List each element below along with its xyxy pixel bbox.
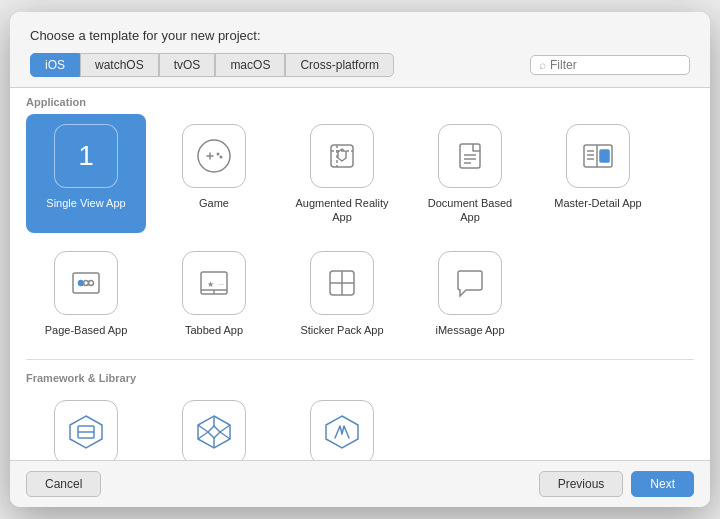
template-item-imessage-app[interactable]: iMessage App (410, 241, 530, 345)
game-icon (195, 137, 233, 175)
cancel-button[interactable]: Cancel (26, 471, 101, 497)
item-label-page-based-app: Page-Based App (45, 323, 128, 337)
item-icon-sticker (310, 251, 374, 315)
template-item-cocoa-touch-framework[interactable]: Cocoa Touch Framework (26, 390, 146, 460)
svg-line-33 (220, 432, 230, 439)
section-label-framework-library: Framework & Library (26, 364, 694, 390)
tab-ios[interactable]: iOS (30, 53, 80, 77)
svg-line-30 (198, 425, 208, 432)
framework-items-grid: Cocoa Touch Framework (26, 390, 694, 460)
template-item-metal-library[interactable]: Metal Library (282, 390, 402, 460)
svg-point-17 (89, 280, 94, 285)
item-icon-tabbed: ★ ··· (182, 251, 246, 315)
svg-text:★: ★ (207, 280, 214, 289)
previous-button[interactable]: Previous (539, 471, 624, 497)
svg-rect-14 (73, 273, 99, 293)
tabbed-icon: ★ ··· (195, 264, 233, 302)
item-label-sticker-pack-app: Sticker Pack App (300, 323, 383, 337)
framework-icon (64, 410, 108, 454)
template-item-sticker-pack-app[interactable]: Sticker Pack App (282, 241, 402, 345)
new-project-dialog: Choose a template for your new project: … (10, 12, 710, 507)
tab-watchos[interactable]: watchOS (80, 53, 159, 77)
search-input[interactable] (550, 58, 681, 72)
item-label-ar-app: Augmented Reality App (290, 196, 394, 225)
item-icon-ar (310, 124, 374, 188)
dialog-header: Choose a template for your new project: … (10, 12, 710, 87)
svg-point-0 (198, 140, 230, 172)
template-item-page-based-app[interactable]: Page-Based App (26, 241, 146, 345)
template-item-game[interactable]: Game (154, 114, 274, 233)
section-label-application: Application (26, 88, 694, 114)
master-detail-icon (579, 137, 617, 175)
item-label-document-based-app: Document Based App (418, 196, 522, 225)
item-icon-framework (54, 400, 118, 460)
search-box: ⌕ (530, 55, 690, 75)
sticker-icon (323, 264, 361, 302)
page-based-icon (67, 264, 105, 302)
item-icon-master-detail (566, 124, 630, 188)
template-item-tabbed-app[interactable]: ★ ··· Tabbed App (154, 241, 274, 345)
content-area: Application 1 Single View App (10, 87, 710, 460)
item-icon-page-based (54, 251, 118, 315)
tabs-row: iOS watchOS tvOS macOS Cross-platform ⌕ (30, 53, 690, 77)
svg-point-1 (217, 153, 220, 156)
item-label-imessage-app: iMessage App (435, 323, 504, 337)
item-label-master-detail-app: Master-Detail App (554, 196, 641, 210)
item-label-single-view-app: Single View App (46, 196, 125, 210)
svg-line-32 (198, 432, 208, 439)
single-view-icon: 1 (78, 140, 94, 172)
dialog-footer: Cancel Previous Next (10, 460, 710, 507)
ar-icon (323, 137, 361, 175)
svg-rect-13 (600, 150, 609, 162)
template-item-cocoa-touch-static-library[interactable]: Cocoa Touch Static Library (154, 390, 274, 460)
template-item-master-detail-app[interactable]: Master-Detail App (538, 114, 658, 233)
tab-cross-platform[interactable]: Cross-platform (285, 53, 394, 77)
tab-macos[interactable]: macOS (215, 53, 285, 77)
dialog-title: Choose a template for your new project: (30, 28, 690, 43)
application-items-grid: 1 Single View App Game (26, 114, 694, 355)
document-icon (451, 137, 489, 175)
item-icon-imessage (438, 251, 502, 315)
static-library-icon (192, 410, 236, 454)
item-icon-game (182, 124, 246, 188)
item-icon-single-view: 1 (54, 124, 118, 188)
imessage-icon (451, 264, 489, 302)
metal-icon (320, 410, 364, 454)
template-item-single-view-app[interactable]: 1 Single View App (26, 114, 146, 233)
item-label-tabbed-app: Tabbed App (185, 323, 243, 337)
svg-line-31 (220, 425, 230, 432)
next-button[interactable]: Next (631, 471, 694, 497)
tab-tvos[interactable]: tvOS (159, 53, 216, 77)
svg-rect-4 (460, 144, 480, 168)
svg-point-2 (220, 156, 223, 159)
item-icon-document (438, 124, 502, 188)
section-divider (26, 359, 694, 360)
item-icon-metal (310, 400, 374, 460)
template-item-augmented-reality-app[interactable]: Augmented Reality App (282, 114, 402, 233)
search-icon: ⌕ (539, 58, 546, 72)
item-icon-static-library (182, 400, 246, 460)
template-item-document-based-app[interactable]: Document Based App (410, 114, 530, 233)
svg-text:···: ··· (218, 281, 224, 288)
item-label-game: Game (199, 196, 229, 210)
